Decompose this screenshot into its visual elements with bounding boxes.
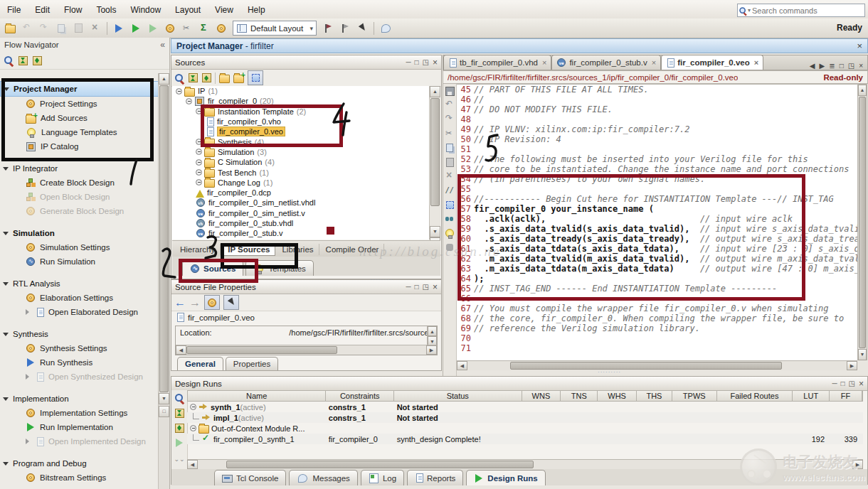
scroll-left-icon[interactable]: ◀	[187, 460, 198, 469]
chevron-more-icon[interactable]: ⌄⌄	[174, 456, 184, 463]
column-header-tns[interactable]: TNS	[561, 391, 598, 401]
maximize-icon[interactable]: □	[414, 284, 418, 291]
column-header-name[interactable]: Name	[188, 391, 326, 401]
copy-button[interactable]	[53, 21, 69, 36]
close-tab-icon[interactable]: ×	[754, 58, 758, 67]
close-icon[interactable]: ×	[859, 380, 864, 387]
properties-gear-button[interactable]	[204, 295, 220, 310]
tree-expander-icon[interactable]	[196, 139, 202, 145]
tab-log[interactable]: Log	[361, 470, 404, 485]
open-folder-icon[interactable]	[219, 75, 230, 83]
sidebar-section-program-and-debug[interactable]: Program and Debug	[0, 456, 159, 471]
menu-window[interactable]: Window	[123, 3, 168, 17]
undo-button[interactable]	[444, 100, 455, 111]
close-tab-icon[interactable]: ×	[652, 58, 656, 67]
tree-expander-icon[interactable]	[190, 404, 196, 410]
float-icon[interactable]: ◳	[849, 380, 855, 387]
run-icon[interactable]	[176, 439, 183, 447]
tab-templates[interactable]: Templates	[245, 260, 313, 276]
tab-hierarchy[interactable]: Hierarchy	[175, 244, 221, 255]
sidebar-section-synthesis[interactable]: Synthesis	[0, 327, 159, 341]
comment-button[interactable]	[444, 185, 455, 196]
tab-compile-order[interactable]: Compile Order	[321, 244, 385, 255]
sidebar-item-open-implemented-design[interactable]: Open Implemented Design	[0, 434, 159, 448]
scroll-left-icon[interactable]: ◀	[457, 361, 467, 370]
sidebar-section-rtl-analysis[interactable]: RTL Analysis	[0, 276, 159, 291]
tab-ip-sources[interactable]: IP Sources	[222, 243, 275, 256]
tree-item[interactable]: Instantiation Template(2)	[172, 107, 430, 117]
sidebar-item-open-elaborated-design[interactable]: Open Elaborated Design	[0, 305, 159, 319]
sidebar-section-ip-integrator[interactable]: IP Integrator	[0, 161, 159, 176]
scroll-left-icon[interactable]: ◀	[176, 345, 186, 355]
scroll-right-icon[interactable]: ▶	[426, 345, 437, 355]
tree-expander-icon[interactable]	[196, 169, 202, 176]
sidebar-item-create-block-design[interactable]: Create Block Design	[0, 176, 159, 190]
scroll-down-icon[interactable]: ▼	[159, 393, 169, 404]
sidebar-section-project-manager[interactable]: Project Manager	[0, 81, 159, 97]
cut-button[interactable]	[444, 128, 455, 139]
help-bubble-button[interactable]	[378, 21, 393, 36]
select-pointer-button[interactable]	[223, 295, 239, 310]
menu-tools[interactable]: Tools	[89, 3, 123, 17]
float-icon[interactable]: ◳	[848, 62, 854, 70]
delete-button[interactable]	[444, 171, 455, 182]
open-project-button[interactable]	[2, 21, 18, 36]
tree-expander-icon[interactable]	[176, 88, 182, 95]
collapse-all-icon[interactable]	[18, 56, 28, 65]
sidebar-item-synthesis-settings[interactable]: Synthesis Settings	[0, 341, 159, 355]
search-icon[interactable]	[4, 55, 14, 65]
tree-expander-icon[interactable]	[190, 425, 196, 431]
tree-item[interactable]: Test Bench(1)	[172, 167, 430, 177]
tree-expander-icon[interactable]	[196, 149, 202, 155]
sidebar-item-open-synthesized-design[interactable]: Open Synthesized Design	[0, 370, 159, 384]
add-sources-icon[interactable]	[233, 75, 244, 83]
menu-view[interactable]: View	[208, 3, 240, 17]
sidebar-item-bitstream-settings[interactable]: Bitstream Settings	[0, 471, 159, 485]
search-commands-box[interactable]: ▾	[737, 4, 865, 17]
flag-gray-button[interactable]	[337, 21, 353, 36]
redo-button[interactable]	[36, 21, 52, 36]
menu-flow[interactable]: Flow	[57, 3, 89, 17]
sidebar-item-run-implementation[interactable]: Run Implementation	[0, 420, 159, 434]
paste-button[interactable]	[444, 156, 455, 168]
hint-bulb-button[interactable]	[444, 227, 455, 239]
tab-sources[interactable]: Sources	[182, 260, 243, 276]
table-row[interactable]: Out-of-Context Module R...	[187, 423, 863, 434]
collapse-all-icon[interactable]	[175, 409, 184, 418]
tree-expander-icon[interactable]	[186, 98, 192, 104]
paste-button[interactable]	[70, 21, 86, 36]
scroll-up-icon[interactable]: ▲	[430, 86, 440, 97]
sidebar-section-implementation[interactable]: Implementation	[0, 392, 159, 406]
tree-item[interactable]: C Simulation(4)	[172, 157, 430, 167]
table-row[interactable]: fir_compiler_0_synth_1fir_compiler_0synt…	[187, 434, 863, 444]
close-icon[interactable]: ×	[433, 59, 438, 66]
cursor-button[interactable]	[354, 21, 370, 36]
tree-item[interactable]: IP(1)	[172, 86, 430, 96]
tab-reports[interactable]: Reports	[407, 470, 463, 485]
column-header-tpws[interactable]: TPWS	[672, 391, 717, 401]
editor-tab-fir_compiler_0_stub.v[interactable]: fir_compiler_0_stub.v×	[551, 55, 661, 70]
layout-selector[interactable]: Default Layout ▾	[233, 21, 317, 36]
sources-scrollbar[interactable]: ▲ ▼ □	[429, 86, 440, 240]
find-button[interactable]	[444, 213, 455, 225]
collapse-all-icon[interactable]	[189, 73, 198, 82]
sidebar-item-elaboration-settings[interactable]: Elaboration Settings	[0, 291, 159, 305]
tree-expander-icon[interactable]	[196, 159, 202, 166]
redo-button[interactable]	[444, 114, 455, 125]
search-commands-input[interactable]	[751, 6, 864, 16]
tree-item[interactable]: fir_compiler_0_stub.v	[172, 228, 430, 238]
collapse-panel-icon[interactable]: «	[160, 40, 165, 50]
tab-design-runs[interactable]: Design Runs	[466, 470, 545, 485]
column-header-status[interactable]: Status	[394, 391, 522, 401]
sidebar-section-simulation[interactable]: Simulation	[0, 226, 159, 240]
sidebar-item-run-synthesis[interactable]: Run Synthesis	[0, 355, 159, 370]
tree-item[interactable]: fir_compiler_0(20)	[172, 96, 430, 106]
minimize-icon[interactable]: ─	[406, 284, 411, 291]
sidebar-item-implementation-settings[interactable]: Implementation Settings	[0, 406, 159, 420]
delete-button[interactable]	[88, 21, 103, 36]
column-header-wns[interactable]: WNS	[522, 391, 561, 401]
scroll-right-icon[interactable]: ▶	[852, 460, 863, 469]
tree-item[interactable]: Synthesis(4)	[172, 136, 430, 146]
column-header-failed-routes[interactable]: Failed Routes	[717, 391, 793, 401]
column-header-whs[interactable]: WHS	[598, 391, 637, 401]
